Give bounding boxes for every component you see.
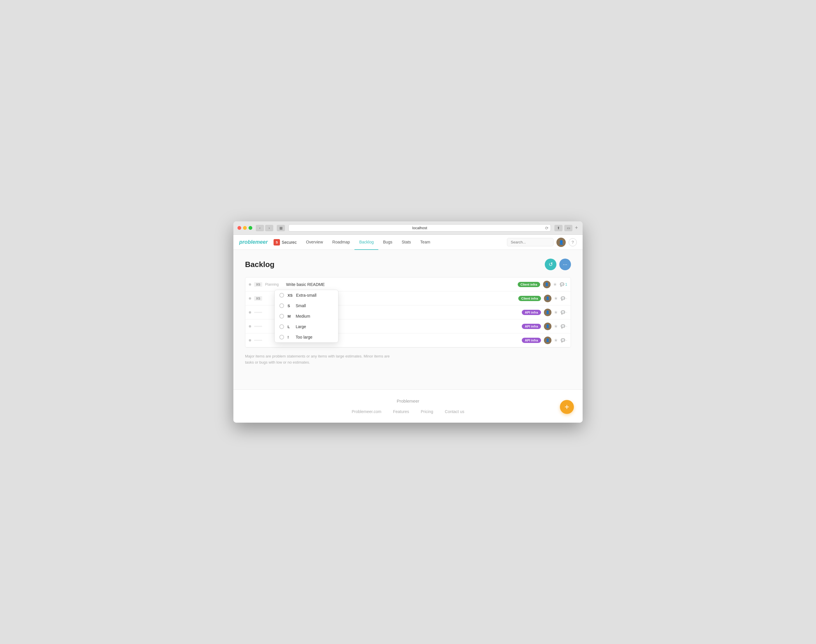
tag-badge: Client infra <box>518 282 540 287</box>
footer-brand: Problemeer <box>239 399 577 403</box>
add-tab-button[interactable]: + <box>574 225 579 231</box>
tag-badge: API infra <box>522 310 541 315</box>
project-badge[interactable]: S Securec <box>274 239 297 245</box>
dropdown-label-m: Medium <box>296 314 310 319</box>
tag-badge: API infra <box>522 338 541 343</box>
nav-links: Overview Roadmap Backlog Bugs Stats Team <box>301 235 507 250</box>
dropdown-label-s: Small <box>296 304 306 308</box>
nav-link-bugs[interactable]: Bugs <box>378 235 397 250</box>
row-bullet <box>249 339 251 342</box>
star-icon[interactable]: ★ <box>554 337 558 343</box>
dropdown-label-l: Large <box>296 324 306 329</box>
refresh-backlog-button[interactable]: ↺ <box>545 259 556 270</box>
footer-link-problemeer-com[interactable]: Problemeer.com <box>352 409 381 414</box>
nav-link-overview[interactable]: Overview <box>301 235 327 250</box>
tab-view-button[interactable]: ▦ <box>277 225 285 231</box>
browser-nav-buttons: ‹ › <box>256 225 273 231</box>
comment-dash: 💬 - <box>561 338 567 342</box>
tag-badge: Client infra <box>518 296 541 301</box>
size-badge[interactable]: XS <box>254 296 262 301</box>
comment-dash: 💬 - <box>561 310 567 314</box>
dropdown-radio <box>280 304 284 308</box>
user-avatar[interactable]: 👤 <box>556 238 566 247</box>
dropdown-key-too-large: ! <box>287 335 292 339</box>
nav-link-team[interactable]: Team <box>416 235 435 250</box>
main-content: Backlog ↺ ··· XS Planning Write basic RE… <box>234 250 582 389</box>
nav-link-roadmap[interactable]: Roadmap <box>328 235 355 250</box>
dropdown-label-too-large: Too large <box>296 335 312 339</box>
size-dropdown: XS Extra-small S Small M Medium L Large <box>274 290 338 343</box>
toolbar-actions: ⬆ ▭ + <box>555 225 579 231</box>
browser-window: ‹ › ▦ localhost ⟳ ⬆ ▭ + problemeer S Sec… <box>234 221 582 423</box>
traffic-light-yellow[interactable] <box>243 226 247 230</box>
size-badge[interactable]: XS <box>254 282 262 287</box>
size-badge[interactable] <box>254 312 262 313</box>
nav-link-backlog[interactable]: Backlog <box>355 235 378 250</box>
size-badge[interactable] <box>254 326 262 327</box>
traffic-light-red[interactable] <box>237 226 241 230</box>
new-tab-button[interactable]: ▭ <box>564 225 572 231</box>
refresh-icon[interactable]: ⟳ <box>545 226 549 230</box>
comment-dash: 💬 - <box>561 296 567 301</box>
row-bullet <box>249 311 251 314</box>
dropdown-label-xs: Extra-small <box>296 293 317 297</box>
title-bar: ‹ › ▦ localhost ⟳ ⬆ ▭ + <box>234 221 582 235</box>
row-avatar: 👤 <box>544 309 552 316</box>
dropdown-item-m[interactable]: M Medium <box>275 311 338 321</box>
address-bar-wrapper: localhost ⟳ <box>288 224 551 232</box>
comment-badge: 💬 1 <box>560 282 567 287</box>
status-label: Planning <box>265 282 283 287</box>
help-icon[interactable]: ? <box>569 238 577 246</box>
forward-button[interactable]: › <box>265 225 273 231</box>
footer-wrapper: Problemeer Problemeer.com Features Prici… <box>234 389 582 423</box>
row-avatar: 👤 <box>544 337 552 344</box>
page-header: Backlog ↺ ··· <box>245 259 571 270</box>
footer-link-pricing[interactable]: Pricing <box>421 409 433 414</box>
dropdown-key-xs: XS <box>287 293 292 297</box>
dropdown-key-l: L <box>287 325 292 329</box>
footer-link-contact[interactable]: Contact us <box>445 409 464 414</box>
star-icon[interactable]: ★ <box>554 296 558 301</box>
table-row: XS Planning Write basic README Client in… <box>245 278 571 291</box>
row-avatar: 👤 <box>544 323 552 330</box>
tag-badge: API infra <box>522 324 541 329</box>
star-icon[interactable]: ★ <box>553 282 557 287</box>
row-bullet <box>249 283 251 286</box>
row-bullet <box>249 297 251 300</box>
traffic-light-green[interactable] <box>249 226 252 230</box>
row-avatar: 👤 <box>543 281 550 288</box>
star-icon[interactable]: ★ <box>554 324 558 329</box>
page-title: Backlog <box>245 260 274 269</box>
comment-dash: 💬 - <box>561 324 567 328</box>
dropdown-radio <box>280 324 284 329</box>
star-icon[interactable]: ★ <box>554 310 558 315</box>
more-options-button[interactable]: ··· <box>559 259 571 270</box>
dropdown-item-s[interactable]: S Small <box>275 301 338 311</box>
help-text: Major items are problem statements or an… <box>245 353 390 366</box>
share-button[interactable]: ⬆ <box>555 225 562 231</box>
dropdown-key-m: M <box>287 314 292 319</box>
dropdown-radio <box>280 314 284 319</box>
backlog-table: XS Planning Write basic README Client in… <box>245 277 571 348</box>
nav-search: 👤 ? <box>507 238 577 247</box>
nav-link-stats[interactable]: Stats <box>397 235 416 250</box>
fab-add-button[interactable]: + <box>560 400 574 414</box>
app-nav: problemeer S Securec Overview Roadmap Ba… <box>234 235 582 250</box>
dropdown-item-l[interactable]: L Large <box>275 321 338 332</box>
app-logo[interactable]: problemeer <box>239 239 268 245</box>
size-badge[interactable] <box>254 340 262 341</box>
header-actions: ↺ ··· <box>545 259 571 270</box>
project-icon: S <box>274 239 280 245</box>
footer-link-features[interactable]: Features <box>393 409 409 414</box>
dropdown-item-too-large[interactable]: ! Too large <box>275 332 338 342</box>
dropdown-radio <box>280 293 284 297</box>
search-input[interactable] <box>507 238 553 246</box>
app-footer: Problemeer Problemeer.com Features Prici… <box>234 389 582 423</box>
footer-links: Problemeer.com Features Pricing Contact … <box>239 409 577 414</box>
dropdown-item-xs[interactable]: XS Extra-small <box>275 290 338 301</box>
project-name: Securec <box>282 240 297 245</box>
row-bullet <box>249 325 251 328</box>
row-avatar: 👤 <box>544 294 552 302</box>
back-button[interactable]: ‹ <box>256 225 264 231</box>
row-title: Write basic README <box>286 282 515 287</box>
